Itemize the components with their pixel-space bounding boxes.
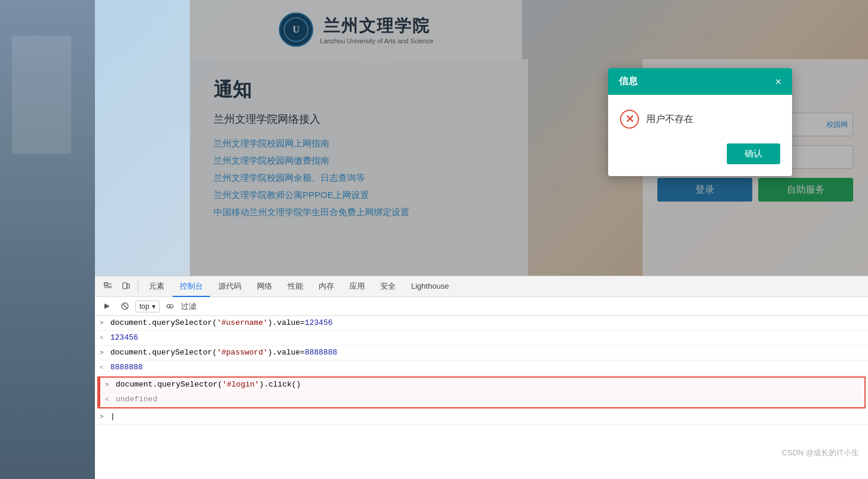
tab-application[interactable]: 应用 [342,276,372,297]
console-line-3: > document.querySelector('#password').va… [95,346,868,360]
dialog-footer: 确认 [608,138,792,176]
console-toolbar: top ▾ 过滤 [95,297,868,316]
svg-point-21 [169,305,171,307]
console-text-6: undefined [116,394,157,405]
console-line-6: < undefined [98,392,864,407]
filter-label: 过滤 [181,301,196,312]
console-line-5: > document.querySelector('#login').click… [98,378,864,392]
tab-security[interactable]: 安全 [373,276,403,297]
cursor-arrow: > [100,411,106,422]
console-line-1: > document.querySelector('#username').va… [95,316,868,331]
tab-console[interactable]: 控制台 [173,276,210,297]
tab-lighthouse[interactable]: Lighthouse [404,276,456,297]
output-arrow-1: < [100,333,106,343]
console-output: > document.querySelector('#username').va… [95,316,868,424]
output-arrow-2: < [100,362,106,373]
tab-network[interactable]: 网络 [250,276,279,297]
console-text-2: 123456 [110,333,138,343]
output-arrow-3: < [105,394,111,405]
tabs-divider [138,280,138,292]
svg-rect-0 [0,0,95,479]
devtools-panel: 元素 控制台 源代码 网络 性能 内存 应用 安全 Lighthouse top… [95,276,868,479]
clear-console-icon[interactable] [117,299,132,314]
cursor: | [110,412,115,421]
svg-rect-5 [42,113,83,160]
svg-rect-16 [123,283,127,289]
browser-content: U 兰州文理学院 Lanzhou University of Arts and … [95,0,868,276]
confirm-button[interactable]: 确认 [727,143,780,164]
svg-rect-3 [9,89,86,91]
eye-icon[interactable] [163,299,177,314]
dialog-body: ✕ 用户不存在 [608,95,792,138]
console-text-3: document.querySelector('#password').valu… [110,347,337,358]
svg-point-6 [30,219,65,255]
input-arrow-2: > [100,347,106,358]
input-arrow-3: > [105,379,111,390]
dialog-close-button[interactable]: × [775,76,781,87]
tab-memory[interactable]: 内存 [311,276,341,297]
inspect-element-icon[interactable] [100,278,116,295]
console-line-2: < 123456 [95,331,868,346]
svg-rect-9 [33,308,44,409]
svg-rect-4 [12,119,36,154]
svg-rect-15 [104,283,107,286]
svg-rect-7 [6,296,89,415]
tab-performance[interactable]: 性能 [281,276,310,297]
input-arrow-1: > [100,318,106,328]
svg-rect-8 [12,302,30,409]
left-sidebar [0,0,95,479]
console-text-1: document.querySelector('#username').valu… [110,318,333,328]
svg-rect-1 [6,24,89,202]
context-selector[interactable]: top ▾ [135,301,160,312]
cursor-text: | [110,411,115,422]
tab-sources[interactable]: 源代码 [211,276,249,297]
dialog-message: 用户不存在 [646,113,694,126]
devtools-tabs: 元素 控制台 源代码 网络 性能 内存 应用 安全 Lighthouse [95,276,868,297]
device-toolbar-icon[interactable] [117,278,134,295]
svg-rect-2 [9,36,39,83]
console-cursor-line[interactable]: > | [95,410,868,424]
console-line-4: < 8888888 [95,360,868,375]
svg-rect-17 [127,284,129,288]
svg-line-19 [122,304,127,309]
info-dialog: 信息 × ✕ 用户不存在 确认 [608,68,792,176]
tab-elements[interactable]: 元素 [142,276,171,297]
watermark: CSDN @成长的IT小生 [782,448,859,458]
console-text-4: 8888888 [110,362,143,373]
dialog-title: 信息 [619,75,638,88]
dialog-header: 信息 × [608,68,792,95]
chevron-down-icon: ▾ [152,302,155,311]
highlighted-command-block: > document.querySelector('#login').click… [97,376,866,408]
error-icon: ✕ [620,110,639,129]
console-text-5: document.querySelector('#login').click() [116,379,301,390]
run-script-icon[interactable] [100,299,114,314]
context-label: top [139,302,150,311]
